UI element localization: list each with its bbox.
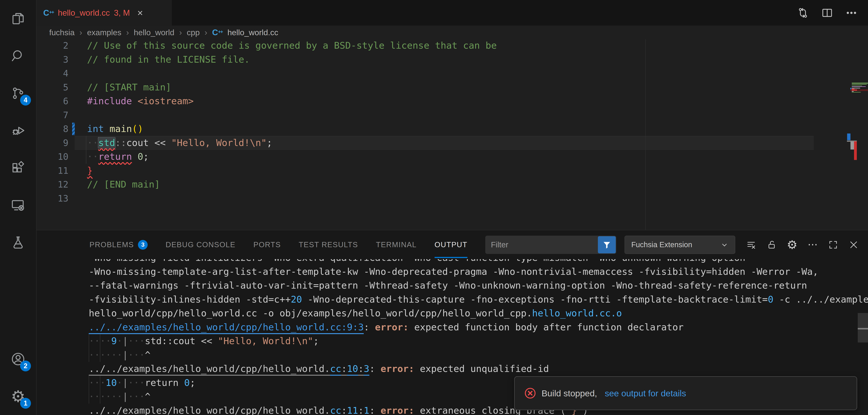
code-line: 4 xyxy=(36,66,868,81)
breadcrumb-segment[interactable]: examples xyxy=(87,28,121,37)
output-file-link[interactable]: 3 xyxy=(364,363,369,374)
error-icon xyxy=(524,387,536,400)
run-debug-icon xyxy=(10,123,26,138)
output-file-link[interactable]: cc xyxy=(330,363,341,374)
code-line: 2// Use of this source code is governed … xyxy=(36,39,868,53)
ellipsis-icon: ··· xyxy=(808,242,817,247)
panel-scrollbar-thumb[interactable] xyxy=(858,313,868,343)
sidebar-item-search[interactable] xyxy=(0,37,36,74)
output-line: ../../examples/hello_world/cpp/hello_wor… xyxy=(36,362,868,376)
code-line: 3// found in the LICENSE file. xyxy=(36,53,868,67)
accounts-badge: 2 xyxy=(20,360,31,371)
breadcrumb-segment[interactable]: cpp xyxy=(187,28,200,37)
sidebar-item-run-and-debug[interactable] xyxy=(0,112,36,149)
close-panel-button[interactable] xyxy=(848,240,859,250)
sidebar-item-explorer[interactable] xyxy=(0,0,36,37)
split-editor-icon[interactable] xyxy=(821,7,833,19)
output-file-link[interactable]: : xyxy=(341,363,347,374)
sidebar-item-manage[interactable]: ⚙ 1 xyxy=(0,378,36,415)
output-line: ······|···^ xyxy=(36,348,868,362)
output-channel-value: Fuchsia Extension xyxy=(631,241,720,249)
breadcrumb: fuchsia›examples›hello_world›cpp›C++hell… xyxy=(36,26,868,39)
output-line: hello_world/cpp/hello_world.cc -o obj/ex… xyxy=(36,306,868,320)
code-line: 11} xyxy=(36,164,868,178)
code-line: 9··std::cout << "Hello, World!\n"; xyxy=(36,136,868,150)
search-icon xyxy=(10,48,26,64)
compare-changes-icon[interactable] xyxy=(797,7,809,19)
sidebar-item-testing[interactable] xyxy=(0,224,36,261)
overview-error-mark xyxy=(854,141,857,160)
close-icon xyxy=(848,240,859,250)
overview-modified-mark xyxy=(847,133,850,140)
activity-bar: 4 2 ⚙ 1 xyxy=(0,0,36,415)
output-filter xyxy=(485,236,616,254)
chevron-down-icon xyxy=(720,241,728,249)
views-more-actions-button[interactable]: ··· xyxy=(807,240,818,250)
sidebar-item-remote-explorer[interactable] xyxy=(0,186,36,224)
source-control-badge: 4 xyxy=(20,95,31,105)
filter-button[interactable] xyxy=(598,236,616,253)
filter-input[interactable] xyxy=(485,240,597,249)
clear-output-button[interactable] xyxy=(746,240,756,250)
panel-tab-terminal[interactable]: TERMINAL xyxy=(376,230,416,259)
output-line: ····9·|···std::cout << "Hello, World!\n"… xyxy=(36,334,868,348)
output-file-link[interactable]: 11 xyxy=(347,405,358,415)
output-file-link[interactable]: : xyxy=(341,405,347,415)
editor-actions xyxy=(797,0,868,26)
panel-tab-output[interactable]: OUTPUT xyxy=(435,230,467,259)
sidebar-item-source-control[interactable]: 4 xyxy=(0,74,36,112)
output-line: -Wno-missing-template-arg-list-after-tem… xyxy=(36,265,868,279)
output-file-link[interactable]: 10 xyxy=(347,363,358,374)
gear-icon: ⚙ xyxy=(787,239,797,251)
tab-hello-world-cc[interactable]: C++ hello_world.cc 3, M × xyxy=(36,0,172,26)
filter-funnel-icon xyxy=(602,240,612,250)
cpp-file-icon: C++ xyxy=(212,28,223,36)
code-line: 7 xyxy=(36,108,868,122)
overview-ruler xyxy=(857,39,868,230)
notification-message: Build stopped, xyxy=(541,388,599,398)
output-file-link[interactable]: 1 xyxy=(364,405,369,415)
panel-tab-problems[interactable]: PROBLEMS3 xyxy=(90,230,148,259)
breadcrumb-segment[interactable]: hello_world xyxy=(134,28,175,37)
sidebar-item-extensions[interactable] xyxy=(0,149,36,186)
output-settings-button[interactable]: ⚙ xyxy=(787,240,798,250)
see-output-link[interactable]: see output for details xyxy=(605,388,686,398)
breadcrumb-separator: › xyxy=(80,28,82,37)
testing-flask-icon xyxy=(10,235,26,250)
code-line: 8int main() xyxy=(36,122,868,136)
editor-scrollbar-thumb[interactable] xyxy=(850,142,854,150)
output-file-link[interactable]: : xyxy=(358,405,364,415)
more-actions-icon[interactable] xyxy=(845,7,858,19)
output-file-link[interactable]: : xyxy=(358,363,364,374)
output-file-link[interactable]: ../../examples/hello_world/cpp/hello_wor… xyxy=(89,363,330,374)
code-editor[interactable]: 2// Use of this source code is governed … xyxy=(36,39,868,230)
maximize-panel-button[interactable] xyxy=(828,240,839,250)
panel-tab-ports[interactable]: PORTS xyxy=(253,230,281,259)
column-ruler-line xyxy=(645,39,646,230)
maximize-panel-icon xyxy=(828,240,838,250)
output-file-link[interactable]: ../../examples/hello_world/cpp/hello_wor… xyxy=(89,322,364,332)
breadcrumb-separator: › xyxy=(205,28,207,37)
sidebar-item-accounts[interactable]: 2 xyxy=(0,341,36,378)
output-line: -Wno-missing-field-initializers -Wno-ext… xyxy=(36,259,868,265)
output-line: ../../examples/hello_world/cpp/hello_wor… xyxy=(36,320,868,334)
cpp-file-icon: C++ xyxy=(43,9,54,17)
tab-label: hello_world.cc xyxy=(58,8,110,18)
panel-tab-test-results[interactable]: TEST RESULTS xyxy=(299,230,358,259)
output-channel-select[interactable]: Fuchsia Extension xyxy=(624,236,735,254)
panel-tab-debug-console[interactable]: DEBUG CONSOLE xyxy=(165,230,236,259)
tab-close-icon[interactable]: × xyxy=(137,8,143,18)
panel-tabs: PROBLEMS3DEBUG CONSOLEPORTSTEST RESULTST… xyxy=(90,230,485,259)
breadcrumb-file[interactable]: hello_world.cc xyxy=(227,28,278,37)
breadcrumb-separator: › xyxy=(126,28,129,37)
code-line: 10··return 0; xyxy=(36,150,868,164)
output-file-link[interactable]: ../../examples/hello_world/cpp/hello_wor… xyxy=(89,405,330,415)
lock-scrolling-button[interactable] xyxy=(766,240,777,250)
notification-toast: Build stopped, see output for details xyxy=(514,376,857,410)
output-file-link[interactable]: cc xyxy=(330,405,341,415)
output-line: --fatal-warnings -ftrivial-auto-var-init… xyxy=(36,279,868,292)
editor-tab-bar: C++ hello_world.cc 3, M × xyxy=(36,0,868,26)
unlock-icon xyxy=(767,240,777,250)
breadcrumb-separator: › xyxy=(179,28,182,37)
breadcrumb-segment[interactable]: fuchsia xyxy=(49,28,74,37)
